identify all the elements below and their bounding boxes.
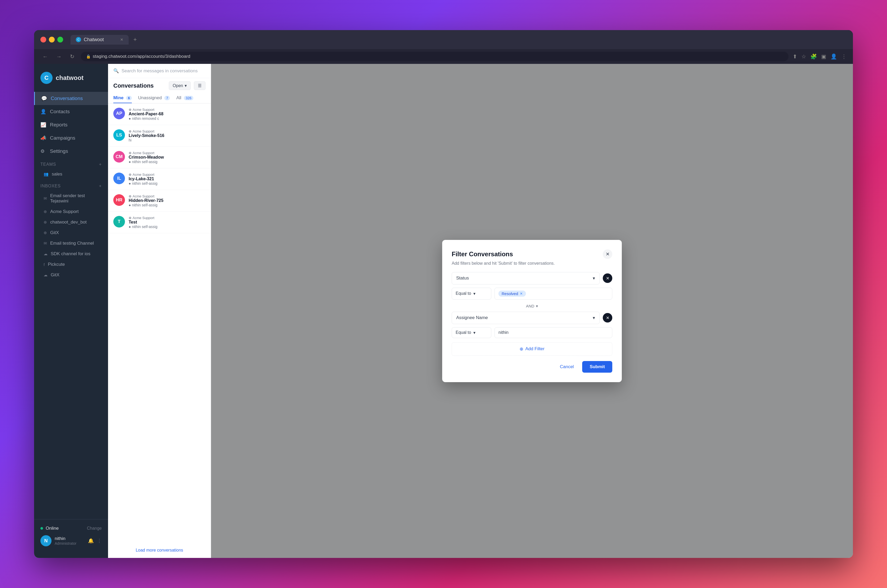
tab-unassigned[interactable]: Unassigned 7 — [138, 93, 170, 103]
filter-value-input-1[interactable]: Resolved ✕ — [495, 288, 612, 300]
sidebar-item-sales[interactable]: 👥 sales — [34, 169, 108, 180]
search-bar[interactable]: 🔍 Search for messages in conversations — [108, 64, 211, 78]
table-row[interactable]: HR ⊕ Acme Support Hidden-River-725 ● nit… — [108, 190, 211, 212]
chevron-down-icon: ▾ — [536, 304, 538, 309]
tab-all[interactable]: All 326 — [176, 93, 193, 103]
conv-name: Lively-Smoke-516 — [129, 133, 206, 138]
sidebar-inbox-email-sender[interactable]: ✉ Email sender test Tejaswini — [34, 190, 108, 206]
extensions-icon[interactable]: 🧩 — [810, 53, 817, 60]
menu-icon[interactable]: ⋮ — [841, 53, 846, 60]
conversation-list: AP ⊕ Acme Support Ancient-Paper-68 ● nit… — [108, 104, 211, 543]
inbox-acme-label: Acme Support — [50, 209, 79, 214]
user-profile-icon[interactable]: 👤 — [830, 53, 837, 60]
inbox-gitx2-icon: ☁ — [44, 273, 48, 278]
settings-icon: ⚙ — [41, 148, 46, 154]
sidebar-item-conversations[interactable]: 💬 Conversations — [34, 92, 108, 105]
sidebar-item-settings[interactable]: ⚙ Settings — [34, 145, 108, 158]
teams-add-button[interactable]: + — [99, 162, 102, 167]
reports-icon: 📈 — [41, 122, 46, 128]
filter-operator-select-1[interactable]: Equal to ▾ — [452, 288, 491, 300]
filter-row-2: Assignee Name ▾ ✕ Equal to ▾ nithin — [452, 312, 612, 338]
minimize-button[interactable] — [49, 37, 55, 42]
change-status-button[interactable]: Change — [87, 526, 102, 531]
sidebar-settings-label: Settings — [50, 148, 68, 154]
cancel-button[interactable]: Cancel — [555, 361, 579, 373]
tag-remove-button[interactable]: ✕ — [520, 292, 523, 296]
maximize-button[interactable] — [57, 37, 63, 42]
filter-remove-button-2[interactable]: ✕ — [603, 313, 612, 322]
tab-unassigned-badge: 7 — [164, 96, 170, 100]
and-label[interactable]: AND ▾ — [526, 304, 538, 309]
table-row[interactable]: T ⊕ Acme Support Test ● nithin self-assi… — [108, 212, 211, 233]
avatar: HR — [113, 194, 125, 206]
inbox-bot-icon: ⊕ — [44, 220, 47, 225]
sidebar-inbox-pickcute[interactable]: f Pickcute — [34, 259, 108, 270]
assign-icon: ● — [129, 160, 131, 164]
address-bar[interactable]: 🔒 staging.chatwoot.com/app/accounts/3/da… — [81, 52, 788, 61]
table-row[interactable]: LS ⊕ Acme Support Lively-Smoke-516 hi — [108, 125, 211, 147]
status-label: Online — [46, 526, 59, 531]
filter-value-label-2: nithin — [498, 330, 508, 335]
dropdown-icon: ▾ — [474, 291, 475, 296]
sidebar-inbox-chatwoot-bot[interactable]: ⊕ chatwoot_dev_bot — [34, 217, 108, 228]
sidebar-conversations-label: Conversations — [51, 96, 83, 101]
user-role: Administrator — [55, 541, 85, 546]
sidebar-item-reports[interactable]: 📈 Reports — [34, 118, 108, 131]
assign-icon: ● — [129, 225, 131, 229]
add-filter-button[interactable]: ⊕ Add Filter — [452, 342, 612, 356]
notifications-icon[interactable]: 🔔 — [88, 538, 94, 544]
inboxes-section-header: Inboxes + — [34, 180, 108, 190]
dropdown-icon: ▾ — [593, 276, 595, 281]
sort-button[interactable]: ☰ — [194, 81, 206, 90]
filter-row-1: Status ▾ ✕ Equal to ▾ — [452, 272, 612, 300]
sidebar-inbox-gitx[interactable]: ⊕ GitX — [34, 228, 108, 238]
open-filter-button[interactable]: Open ▾ — [169, 81, 191, 90]
table-row[interactable]: CM ⊕ Acme Support Crimson-Meadow ● nithi… — [108, 147, 211, 168]
lock-icon: 🔒 — [86, 54, 90, 58]
status-indicator — [41, 527, 43, 530]
user-actions: 🔔 ⋮ — [88, 538, 102, 544]
bookmark-icon[interactable]: ☆ — [801, 53, 806, 60]
dropdown-icon: ▾ — [593, 315, 595, 321]
logo-text: chatwoot — [56, 74, 83, 81]
inboxes-add-button[interactable]: + — [99, 184, 102, 188]
modal-close-button[interactable]: ✕ — [603, 249, 612, 259]
filter-operator-select-2[interactable]: Equal to ▾ — [452, 327, 491, 338]
table-row[interactable]: IL ⊕ Acme Support Icy-Lake-321 ● nithin … — [108, 168, 211, 190]
sidebar-inbox-acme-support[interactable]: ⊕ Acme Support — [34, 206, 108, 217]
inbox-email-icon: ✉ — [44, 196, 47, 201]
close-button[interactable] — [41, 37, 46, 42]
sidebar-inbox-gitx2[interactable]: ☁ GitX — [34, 270, 108, 280]
reload-button[interactable]: ↻ — [68, 52, 77, 61]
filter-field-label-1: Status — [456, 276, 469, 281]
filter-remove-button-1[interactable]: ✕ — [603, 273, 612, 283]
tab-mine[interactable]: Mine 6 — [113, 93, 132, 103]
browser-tab[interactable]: C Chatwoot ✕ — [71, 35, 129, 45]
sidebar-toggle-icon[interactable]: ▣ — [821, 53, 826, 60]
share-icon[interactable]: ⬆ — [793, 53, 797, 60]
back-button[interactable]: ← — [41, 52, 50, 61]
table-row[interactable]: AP ⊕ Acme Support Ancient-Paper-68 ● nit… — [108, 104, 211, 125]
more-options-icon[interactable]: ⋮ — [97, 538, 102, 544]
conv-inbox: ⊕ Acme Support — [129, 151, 206, 155]
forward-button[interactable]: → — [54, 52, 64, 61]
new-tab-button[interactable]: + — [131, 35, 140, 44]
filter-field-select-1[interactable]: Status ▾ — [452, 272, 600, 285]
tab-mine-label: Mine — [113, 95, 123, 100]
conv-info: ⊕ Acme Support Crimson-Meadow ● nithin s… — [129, 151, 206, 164]
conversations-panel: 🔍 Search for messages in conversations C… — [108, 64, 211, 558]
sort-icon: ☰ — [198, 83, 201, 88]
sidebar-item-contacts[interactable]: 👤 Contacts — [34, 105, 108, 118]
sidebar-inbox-email-testing[interactable]: ✉ Email testing Channel — [34, 238, 108, 249]
filter-field-select-2[interactable]: Assignee Name ▾ — [452, 312, 600, 324]
filter-value-input-2[interactable]: nithin — [495, 327, 612, 338]
sidebar-item-campaigns[interactable]: 📣 Campaigns — [34, 131, 108, 145]
submit-button[interactable]: Submit — [582, 361, 612, 373]
sidebar-inbox-sdk-ios[interactable]: ☁ SDK channel for ios — [34, 249, 108, 259]
tab-close-button[interactable]: ✕ — [120, 38, 123, 42]
and-connector: AND ▾ — [452, 304, 612, 309]
inbox-gitx-label: GitX — [50, 230, 59, 236]
load-more-button[interactable]: Load more conversations — [108, 543, 211, 558]
conv-message: ● nithin self-assig — [129, 203, 206, 207]
filter-value-row-2: Equal to ▾ nithin — [452, 327, 612, 338]
